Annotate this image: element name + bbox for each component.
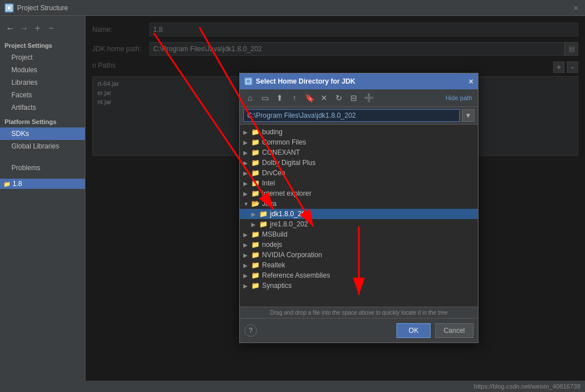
hide-path-button[interactable]: Hide path	[443, 93, 474, 102]
dialog-title-text: Select Home Directory for JDK	[256, 77, 469, 85]
delete-button[interactable]: ✕	[317, 92, 331, 104]
tree-item-label: Intel	[262, 179, 275, 187]
tree-item-jre[interactable]: ▶ 📁 jre1.8.0_202	[240, 219, 478, 229]
tree-item-nvidia[interactable]: ▶ 📁 NVIDIA Corporation	[240, 250, 478, 260]
project-settings-label: Project Settings	[0, 39, 85, 51]
nav-remove-button[interactable]: −	[46, 23, 57, 34]
up-button[interactable]: ⬆	[273, 92, 287, 104]
folder-icon: 📁	[251, 179, 260, 187]
tree-item-label: jre1.8.0_202	[270, 220, 308, 228]
tree-item-label: Reference Assemblies	[262, 271, 330, 279]
dialog-toolbar: ⌂ ▭ ⬆ ↑ 🔖 ✕ ↻ ⊟ ➕ Hide path	[240, 89, 478, 107]
tree-item-label: internet explorer	[262, 189, 312, 197]
app-icon	[5, 3, 14, 13]
add-bookmark-button[interactable]: 🔖	[302, 92, 316, 104]
tree-arrow: ▶	[243, 129, 251, 135]
tree-item-label: Dolby Digital Plus	[262, 159, 316, 167]
new-folder-button[interactable]: ▭	[258, 92, 272, 104]
tree-item-java[interactable]: ▼ 📂 Java	[240, 199, 478, 209]
tree-item-nodejs[interactable]: ▶ 📁 nodejs	[240, 240, 478, 250]
tree-item-common-files[interactable]: ▶ 📁 Common Files	[240, 137, 478, 147]
tree-item-label: Common Files	[262, 138, 306, 146]
dialog-path-bar: ▼	[240, 107, 478, 125]
dialog-close-button[interactable]: ×	[469, 77, 473, 86]
tree-item-label: Java	[262, 200, 276, 208]
sidebar-item-global-libraries[interactable]: Global Libraries	[0, 140, 85, 152]
tree-item-intel[interactable]: ▶ 📁 Intel	[240, 178, 478, 188]
help-button[interactable]: ?	[244, 324, 257, 337]
tree-item-synaptics[interactable]: ▶ 📁 Synaptics	[240, 280, 478, 291]
tree-item-label: CONEXANT	[262, 148, 300, 156]
sdk-list-item[interactable]: 📁 1.8	[0, 179, 85, 189]
folder-icon: 📁	[251, 251, 260, 259]
folder-icon: 📁	[251, 159, 260, 167]
tree-item-label: NVIDIA Corporation	[262, 251, 322, 259]
sidebar: ← → + − Project Settings Project Modules…	[0, 16, 85, 392]
sidebar-item-modules[interactable]: Modules	[0, 64, 85, 76]
nav-forward-button[interactable]: →	[18, 23, 30, 34]
folder-open-icon: 📂	[251, 200, 260, 208]
tree-item-label: DrvCeo	[262, 169, 285, 177]
tree-item-reference[interactable]: ▶ 📁 Reference Assemblies	[240, 270, 478, 280]
sidebar-item-artifacts[interactable]: Artifacts	[0, 101, 85, 114]
dialog-path-browse[interactable]: ▼	[462, 109, 474, 122]
file-tree[interactable]: ▶ 📁 buding ▶ 📁 Common Files ▶ 📁 CONEXANT	[240, 125, 478, 307]
modal-overlay: Select Home Directory for JDK × ⌂ ▭ ⬆ ↑ …	[85, 16, 585, 392]
folder-icon: 📁	[251, 230, 260, 238]
tree-item-label: MSBuild	[262, 230, 288, 238]
dialog-title-bar: Select Home Directory for JDK ×	[240, 73, 478, 89]
status-url: https://blog.csdn.net/weixin_40816738	[474, 383, 580, 390]
sidebar-item-sdks[interactable]: SDKs	[0, 127, 85, 140]
folder-icon: 📁	[259, 210, 268, 218]
tree-item-realtek[interactable]: ▶ 📁 Realtek	[240, 260, 478, 270]
dialog-path-input[interactable]	[243, 109, 460, 122]
svg-rect-2	[246, 79, 251, 84]
folder-icon: 📁	[251, 169, 260, 177]
tree-item-label: buding	[262, 128, 283, 136]
nav-back-button[interactable]: ←	[5, 23, 16, 34]
title-bar: Project Structure ×	[0, 0, 585, 16]
refresh-button[interactable]: ↻	[332, 92, 346, 104]
right-panel: Name: JDK home path: ▤ n Paths + - rt-64…	[85, 16, 585, 392]
expand-button[interactable]: ➕	[362, 92, 375, 104]
cancel-button[interactable]: Cancel	[435, 323, 473, 338]
nav-add-button[interactable]: +	[32, 23, 43, 34]
folder-icon: 📁	[251, 189, 260, 197]
platform-settings-label: Platform Settings	[0, 114, 85, 127]
main-container: ← → + − Project Settings Project Modules…	[0, 16, 585, 392]
folder-icon: 📁	[251, 261, 260, 269]
tree-item-drvceo[interactable]: ▶ 📁 DrvCeo	[240, 168, 478, 178]
sidebar-item-facets[interactable]: Facets	[0, 89, 85, 101]
tree-item-label: jdk1.8.0_202	[270, 210, 309, 218]
collapse-button[interactable]: ⊟	[347, 92, 361, 104]
dialog-footer: ? OK Cancel	[240, 318, 478, 343]
tree-item-buding[interactable]: ▶ 📁 buding	[240, 127, 478, 137]
file-chooser-dialog: Select Home Directory for JDK × ⌂ ▭ ⬆ ↑ …	[239, 73, 478, 343]
tree-item-conexant[interactable]: ▶ 📁 CONEXANT	[240, 147, 478, 158]
sidebar-item-project[interactable]: Project	[0, 51, 85, 64]
title-text: Project Structure	[17, 4, 571, 12]
sidebar-item-problems[interactable]: Problems	[0, 162, 85, 174]
tree-item-msbuild[interactable]: ▶ 📁 MSBuild	[240, 229, 478, 240]
ok-button[interactable]: OK	[396, 323, 430, 338]
svg-rect-1	[7, 6, 11, 10]
folder-icon: 📁	[259, 220, 268, 228]
dialog-title-icon	[244, 77, 252, 85]
folder-icon: 📁	[251, 282, 260, 290]
folder-icon: 📁	[251, 148, 260, 156]
parent-button[interactable]: ↑	[288, 92, 301, 104]
tree-item-dolby[interactable]: ▶ 📁 Dolby Digital Plus	[240, 158, 478, 168]
tree-item-ie[interactable]: ▶ 📁 internet explorer	[240, 188, 478, 199]
folder-icon: 📁	[251, 128, 260, 136]
dialog-actions: OK Cancel	[396, 323, 473, 338]
tree-item-label: Realtek	[262, 261, 285, 269]
sidebar-item-libraries[interactable]: Libraries	[0, 76, 85, 89]
nav-buttons: ← → + −	[0, 20, 85, 39]
tree-item-jdk[interactable]: ▶ 📁 jdk1.8.0_202	[240, 209, 478, 219]
close-button[interactable]: ×	[571, 3, 580, 13]
tree-item-label: Synaptics	[262, 282, 292, 290]
tree-item-label: nodejs	[262, 241, 282, 249]
home-button[interactable]: ⌂	[243, 92, 257, 104]
folder-icon: 📁	[251, 271, 260, 279]
folder-icon: 📁	[251, 138, 260, 146]
